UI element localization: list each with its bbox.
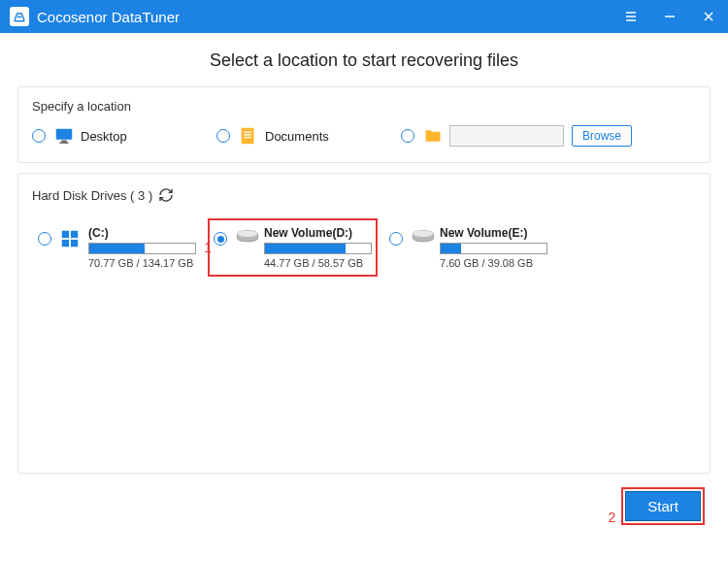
documents-label: Documents <box>265 129 329 144</box>
svg-rect-15 <box>62 240 69 247</box>
svg-rect-10 <box>244 131 250 132</box>
close-button[interactable] <box>689 0 728 33</box>
svg-rect-14 <box>71 231 78 238</box>
svg-rect-12 <box>244 137 250 138</box>
app-logo-icon <box>10 7 29 26</box>
drive-usage-bar <box>440 243 547 254</box>
radio-documents[interactable] <box>216 129 230 143</box>
drive-item[interactable]: New Volume(E:)7.60 GB / 39.08 GB <box>383 218 553 277</box>
drive-name: New Volume(E:) <box>440 226 547 240</box>
desktop-label: Desktop <box>81 129 127 144</box>
radio-custom-path[interactable] <box>401 129 414 143</box>
svg-point-18 <box>237 231 257 238</box>
svg-point-20 <box>413 231 433 238</box>
start-highlight: Start <box>621 487 705 525</box>
drive-size: 44.77 GB / 58.57 GB <box>264 257 372 269</box>
svg-rect-11 <box>244 134 250 135</box>
drive-item[interactable]: New Volume(D:)44.77 GB / 58.57 GB <box>208 218 378 277</box>
browse-button[interactable]: Browse <box>572 125 632 147</box>
minimize-button[interactable] <box>650 0 689 33</box>
drive-size: 7.60 GB / 39.08 GB <box>440 257 547 269</box>
drive-usage-bar <box>264 243 372 254</box>
svg-rect-9 <box>242 128 254 145</box>
specify-location-panel: Specify a location Desktop Documents Bro… <box>17 86 711 163</box>
annotation-2: 2 <box>609 510 616 525</box>
path-input[interactable] <box>449 125 564 147</box>
windows-drive-icon <box>59 228 84 249</box>
drive-size: 70.77 GB / 134.17 GB <box>88 257 196 269</box>
radio-drive[interactable] <box>389 232 403 246</box>
svg-rect-8 <box>59 142 68 143</box>
drives-label: Hard Disk Drives ( 3 ) <box>32 188 152 203</box>
radio-drive[interactable] <box>38 232 51 246</box>
hdd-icon <box>235 228 260 249</box>
refresh-icon[interactable] <box>158 187 174 203</box>
desktop-icon <box>53 125 75 147</box>
drive-name: (C:) <box>88 226 196 240</box>
location-desktop[interactable]: Desktop <box>32 125 216 147</box>
page-heading: Select a location to start recovering fi… <box>0 33 728 86</box>
app-title: Cocosenor DataTuner <box>37 9 612 25</box>
location-custom-path: Browse <box>401 125 696 147</box>
specify-label: Specify a location <box>32 99 696 114</box>
location-documents[interactable]: Documents <box>216 125 401 147</box>
radio-desktop[interactable] <box>32 129 46 143</box>
window-controls <box>612 0 728 33</box>
svg-rect-7 <box>61 141 67 143</box>
radio-drive[interactable] <box>214 232 227 246</box>
documents-icon <box>238 125 259 147</box>
drive-usage-bar <box>88 243 196 254</box>
hdd-icon <box>411 228 436 249</box>
svg-rect-13 <box>62 231 69 238</box>
folder-icon <box>422 125 444 147</box>
drive-name: New Volume(D:) <box>264 226 372 240</box>
footer: 2 Start <box>0 474 728 539</box>
drives-panel: Hard Disk Drives ( 3 ) (C:)70.77 GB / 13… <box>17 173 711 474</box>
svg-rect-6 <box>56 129 73 140</box>
titlebar: Cocosenor DataTuner <box>0 0 728 33</box>
start-button[interactable]: Start <box>625 491 701 521</box>
drive-item[interactable]: (C:)70.77 GB / 134.17 GB1 <box>32 218 202 277</box>
svg-rect-16 <box>71 240 78 247</box>
menu-button[interactable] <box>612 0 650 33</box>
